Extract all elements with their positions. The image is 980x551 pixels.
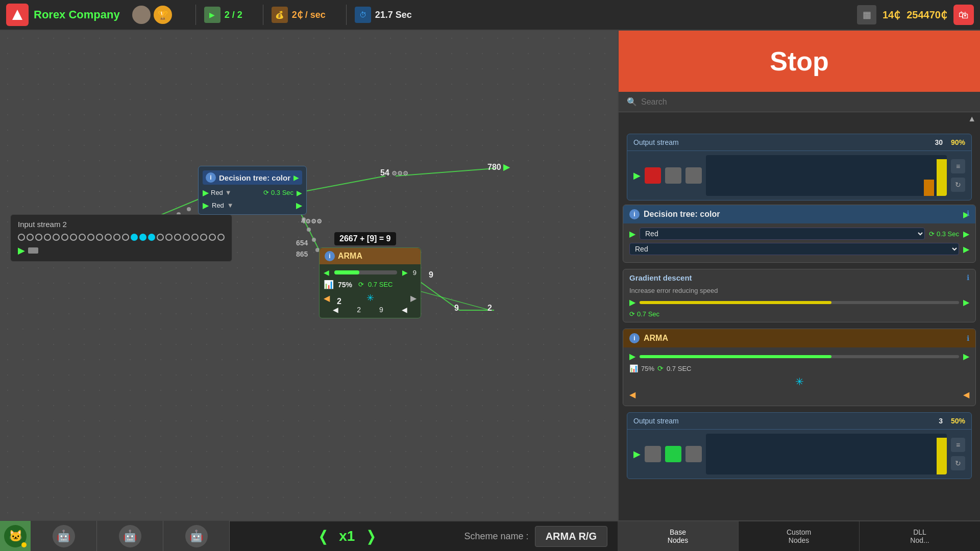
tab-custom-nodes-sublabel: Nodes (789, 536, 809, 544)
arma-numbers: ◀ 2 9 ◀ (324, 306, 416, 314)
gd-desc: Increase error reducing speed (629, 287, 969, 294)
right-panel: Stop 🔍 ▲ Output stream 30 90% ▶ (618, 31, 980, 551)
decision-select-2[interactable]: Red (629, 243, 959, 255)
decision-info-btn[interactable]: i (206, 172, 216, 183)
rate-stat: 💰 2₵ / sec (272, 7, 326, 23)
arma-body: ◀ ▶ 9 📊 75% ⟳ 0.7 SEC ◀ ✳ ▶ (320, 264, 421, 318)
output-stream-1-stats: 30 90% (935, 138, 965, 146)
decision-tree-panel-card: ℹ i Decision tree: color ▶ ▶ Red ⟳ 0.3 S… (623, 205, 976, 263)
stop-button[interactable]: Stop (619, 31, 980, 92)
char-1[interactable]: 🤖 (31, 521, 97, 551)
scheme-name: ARMA R/G (535, 526, 607, 547)
output-2-count: 3 (939, 417, 943, 425)
decision-out2-row: Red ▶ (629, 243, 969, 255)
slider-2-fill-yellow (937, 438, 947, 474)
float-num-780: 780 ▶ (487, 162, 509, 172)
panel-scroll[interactable]: Output stream 30 90% ▶ ≡ ↻ (619, 126, 980, 538)
output-2-pct: 50% (951, 417, 965, 425)
canvas-area[interactable]: Input stream 2 (0, 31, 618, 551)
output-stream-2-title: Output stream (633, 417, 679, 425)
decision-card-body: ▶ Red ⟳ 0.3 Sec ▶ Red ▶ (623, 223, 975, 262)
decision-select-1[interactable]: Red (640, 228, 925, 240)
decision-rp-title: Decision tree: color (644, 210, 959, 219)
dot (209, 234, 216, 241)
dot (122, 234, 129, 241)
decision-rp-out1-play[interactable]: ▶ (963, 229, 969, 239)
input-stream-title: Input stream 2 (18, 220, 225, 229)
output-2-play[interactable]: ▶ (633, 448, 641, 460)
float-2-right: 2 (487, 304, 492, 313)
decision-node-title: Decision tree: color (219, 173, 290, 182)
svg-line-4 (396, 168, 495, 176)
decision-play-btn[interactable]: ▶ (293, 173, 299, 182)
dot-cyan (139, 234, 146, 241)
speed-decrease-btn[interactable]: ❬ (317, 528, 329, 545)
arma-arrow-left-1[interactable]: ◀ (629, 390, 635, 399)
arma-stats-row: 📊 75% ⟳ 0.7 SEC (324, 280, 416, 289)
tab-dll-nodes[interactable]: DLL Nod... (860, 521, 980, 551)
timer-icon: ⏱ (355, 7, 371, 23)
arma-arrow-left-2[interactable]: ◀ (963, 390, 969, 399)
currency-small: 14₵ (883, 9, 900, 21)
char-2[interactable]: 🤖 (97, 521, 163, 551)
dot (53, 234, 60, 241)
tab-base-nodes[interactable]: Base Nodes (618, 521, 739, 551)
main-avatar[interactable]: 🐱 (0, 521, 31, 551)
speed-increase-btn[interactable]: ❭ (365, 528, 377, 545)
queue-icon: ▶ (204, 7, 220, 23)
gradient-descent-card: ℹ Gradient descent Increase error reduci… (623, 269, 976, 322)
scroll-up-btn[interactable]: ▲ (968, 114, 976, 123)
separator-2 (263, 5, 263, 25)
arma-info-btn[interactable]: i (325, 251, 335, 261)
decision-out2-play[interactable]: ▶ (296, 201, 302, 210)
decision-rp-out2-play[interactable]: ▶ (963, 244, 969, 254)
search-input[interactable] (641, 97, 972, 107)
avatar-1 (132, 6, 151, 24)
float-4: 4⚙⚙⚙ (301, 217, 322, 225)
logo[interactable] (6, 4, 29, 26)
float-654: 654 (296, 239, 308, 247)
tab-custom-nodes[interactable]: Custom Nodes (739, 521, 860, 551)
color-box-red (645, 167, 661, 184)
output-stream-1-card: Output stream 30 90% ▶ ≡ ↻ (627, 134, 972, 201)
gd-body: Increase error reducing speed ▶ ▶ ⟳ 0.7 … (623, 283, 975, 322)
output-1-play[interactable]: ▶ (633, 170, 641, 181)
decision-rp-info-btn[interactable]: i (629, 209, 640, 219)
scheme-label: Scheme name : (464, 531, 529, 542)
arma-title: ARMA (338, 252, 362, 261)
bottombar: 🐱 🤖 🤖 🤖 ❬ x1 ❭ Scheme name : ARMA R/G (0, 520, 618, 551)
topbar-right: ▦ 14₵ 254470₵ 🛍 (857, 5, 974, 25)
gd-info-btn[interactable]: ℹ (967, 273, 969, 282)
rate-value: 2₵ / sec (292, 9, 326, 20)
refresh-icon-2[interactable]: ↻ (951, 456, 965, 470)
decision-output1-label: Red (211, 189, 223, 196)
layers-icon[interactable]: ≡ (951, 159, 965, 173)
arma-rp-arrows: ◀ ◀ (629, 388, 969, 402)
arma-rp-center: ✳ (629, 375, 969, 388)
arma-rp-top-info[interactable]: ℹ (967, 334, 969, 342)
decision-speed: ⟳ 0.3 Sec (263, 189, 293, 196)
dot (27, 234, 34, 241)
bag-icon[interactable]: 🛍 (953, 5, 974, 25)
color-box-gray3 (645, 446, 661, 462)
decision-out1-play[interactable]: ▶ (297, 189, 302, 197)
dot (217, 234, 225, 241)
output-stream-1-header: Output stream 30 90% (627, 134, 971, 151)
char-1-icon: 🤖 (53, 525, 75, 547)
tab-base-nodes-label: Base (670, 528, 686, 536)
color-box-gray1 (665, 167, 681, 184)
decision-info-rp[interactable]: ℹ (967, 209, 969, 217)
arma-pct: 75% (338, 281, 352, 289)
dot (165, 234, 173, 241)
char-3[interactable]: 🤖 (163, 521, 230, 551)
rate-icon: 💰 (272, 7, 288, 23)
separator-1 (195, 5, 196, 25)
stream-play-btn[interactable]: ▶ (18, 245, 225, 256)
float-2-left: 2 (337, 297, 341, 306)
refresh-icon[interactable]: ↻ (951, 178, 965, 192)
layers-icon-2[interactable]: ≡ (951, 438, 965, 452)
topbar: Rorex Company 🏆 ▶ 2 / 2 💰 2₵ / sec ⏱ 21.… (0, 0, 980, 31)
decision-output1-row: ▶ Red ▼ ⟳ 0.3 Sec ▶ (203, 188, 302, 197)
arma-rp-info-btn[interactable]: i (629, 333, 640, 343)
arma-card-header: i ARMA ℹ (623, 329, 975, 347)
